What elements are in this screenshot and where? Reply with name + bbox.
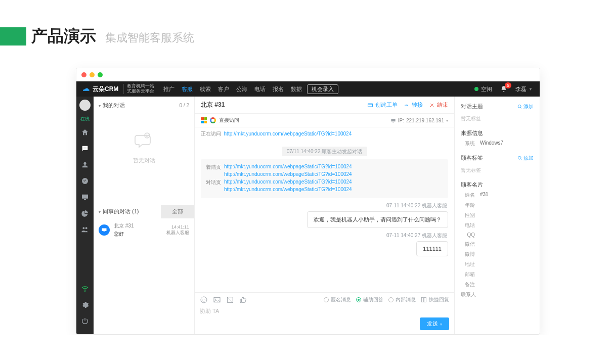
peer-conversation-item[interactable]: 北京 #31 您好 14:41:11 机器人客服 [94,218,194,242]
dialog-url[interactable]: http://mkt.yunduocrm.com/webpageStatic/T… [224,179,352,186]
assist-toggle[interactable]: 辅助回答 [356,296,383,303]
add-topic-button[interactable]: 添加 [517,103,534,110]
visiting-row: 正在访问 http://mkt.yunduocrm.com/webpageSta… [195,127,454,141]
nav-item[interactable]: 公海 [236,85,247,93]
add-tag-button[interactable]: 添加 [517,155,534,162]
ticket-icon [367,102,373,108]
chevron-down-icon: ▼ [529,87,533,92]
nav-item[interactable]: 客户 [218,85,229,93]
info-sidebar: 对话主题 添加 暂无标签 来源信息 系统Windows7 顾客标签 添加 暂无标… [455,97,540,334]
customer-tag-title: 顾客标签 [461,154,483,162]
topic-title: 对话主题 [461,103,483,110]
svg-point-6 [146,134,147,135]
slide-header: 产品演示 集成智能客服系统 [0,0,612,58]
topbar: 云朵CRM 教育机构一站式服务云平台 推广 客服 线索 客户 公海 电话 报名 … [76,81,540,97]
svg-point-10 [204,299,205,299]
svg-point-2 [85,148,86,148]
ip-info[interactable]: IP:221.219.162.191 ▾ [390,118,448,123]
message-input[interactable] [200,304,449,314]
nav-item[interactable]: 线索 [200,85,211,93]
end-button[interactable]: 结束 [429,101,448,109]
chat-icon[interactable] [79,143,91,155]
accent-block [0,27,26,46]
chevron-down-icon: ▾ [446,118,448,123]
svg-point-8 [201,297,207,303]
nav-item[interactable]: 数据 [291,85,302,93]
anon-toggle[interactable]: 匿名消息 [324,296,351,303]
dialog-url[interactable]: http://mkt.yunduocrm.com/webpageStatic/T… [224,187,352,194]
user-icon[interactable] [79,159,91,171]
power-icon[interactable] [79,315,91,327]
empty-text: 暂无对话 [133,157,155,164]
close-dot[interactable] [81,72,86,77]
side-rail: 在线 [76,97,94,334]
opportunity-entry-button[interactable]: 机会录入 [307,84,338,94]
slide-subtitle: 集成智能客服系统 [105,30,194,48]
svg-point-1 [84,148,85,148]
group-icon[interactable] [79,223,91,236]
referrer-box: 着陆页http://mkt.yunduocrm.com/webpageStati… [201,159,448,198]
peer-title[interactable]: ▾同事的对话 (1) [94,205,144,218]
nav-item[interactable]: 电话 [254,85,266,93]
thumbs-up-icon[interactable] [239,296,247,304]
check-circle-icon[interactable] [79,175,91,187]
internal-toggle[interactable]: 内部消息 [388,296,416,303]
landing-url[interactable]: http://mkt.yunduocrm.com/webpageStatic/T… [224,164,352,171]
presence-indicator[interactable]: 空闲 [474,85,492,93]
source-section: 来源信息 [461,129,534,137]
my-conversations-count: 0 / 2 [180,103,189,108]
current-user[interactable]: 李磊 [515,85,527,93]
monitor-icon[interactable] [79,191,91,203]
svg-point-0 [83,148,84,148]
nav-item[interactable]: 客服 [182,85,193,93]
no-tag: 暂无标签 [461,115,534,122]
presence-label: 在线 [80,116,90,122]
nav-item[interactable]: 报名 [273,85,284,93]
svg-rect-15 [424,298,426,302]
emoji-icon[interactable] [200,296,208,304]
zoom-dot[interactable] [98,72,103,77]
chat-scroll[interactable]: 07/11 14:40:22 顾客主动发起对话 着陆页http://mkt.yu… [195,141,454,292]
windows-icon [201,117,207,123]
bell-badge: 5 [505,82,511,88]
search-plus-icon [517,156,522,161]
brand-subtitle: 教育机构一站式服务云平台 [123,84,154,94]
brand-text: 云朵CRM [93,85,118,94]
customer-card-title: 顾客名片 [461,181,534,189]
transfer-icon [404,102,410,108]
top-nav: 推广 客服 线索 客户 公海 电话 报名 数据 [163,85,302,93]
landing-url[interactable]: http://mkt.yunduocrm.com/webpageStatic/T… [224,171,352,178]
monitor-icon [390,118,396,123]
avatar[interactable] [79,100,91,111]
wifi-icon[interactable] [79,283,91,295]
home-icon[interactable] [79,126,91,139]
my-conversations-header[interactable]: ▾我的对话 0 / 2 [94,97,194,114]
send-button[interactable]: 发送▾ [420,317,449,330]
chat-subheader: 直接访问 IP:221.219.162.191 ▾ [195,114,454,127]
chat-panel: 北京 #31 创建工单 转接 结束 直接访问 [195,97,455,334]
brand-logo[interactable]: 云朵CRM 教育机构一站式服务云平台 [81,84,154,94]
slide-title: 产品演示 [31,25,96,48]
chat-header: 北京 #31 创建工单 转接 结束 [195,97,454,114]
empty-chat-icon [134,132,154,151]
svg-point-12 [215,299,216,300]
cloud-icon [81,85,91,93]
pie-chart-icon[interactable] [79,207,91,219]
attachment-icon[interactable] [226,296,234,304]
minimize-dot[interactable] [90,72,95,77]
svg-point-16 [518,105,521,108]
gear-icon[interactable] [79,299,91,311]
no-tag: 暂无标签 [461,167,534,174]
svg-point-4 [84,291,85,292]
create-ticket-button[interactable]: 创建工单 [367,101,398,109]
quick-reply-button[interactable]: 快捷回复 [421,296,449,303]
bell-icon[interactable]: 5 [500,85,507,93]
image-icon[interactable] [213,296,221,304]
message-timestamp: 07-11 14:40:22 机器人客服 [201,202,447,209]
nav-item[interactable]: 推广 [163,85,174,93]
access-type: 直接访问 [219,117,239,124]
peer-all-button[interactable]: 全部 [161,205,194,218]
visiting-url[interactable]: http://mkt.yunduocrm.com/webpageStatic/T… [224,131,352,136]
transfer-button[interactable]: 转接 [404,101,423,109]
svg-point-7 [148,134,149,135]
